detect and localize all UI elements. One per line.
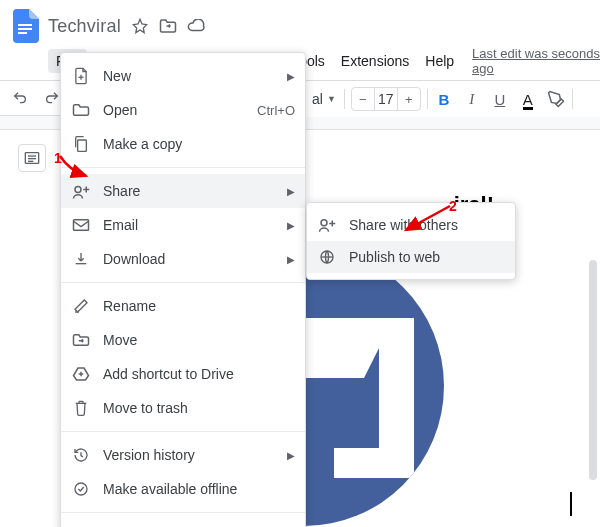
move-icon [71, 330, 91, 350]
menu-label: Email [103, 217, 275, 233]
chevron-right-icon: ▶ [287, 254, 295, 265]
drive-shortcut-icon [71, 364, 91, 384]
toolbar-separator [427, 89, 428, 109]
menu-label: New [103, 68, 275, 84]
chevron-right-icon: ▶ [287, 186, 295, 197]
new-doc-icon [71, 66, 91, 86]
cloud-status-icon[interactable] [187, 17, 205, 35]
menu-separator [61, 282, 305, 283]
share-people-icon [317, 215, 337, 235]
menu-item-email[interactable]: Email ▶ [61, 208, 305, 242]
vertical-scrollbar[interactable] [586, 260, 600, 527]
italic-button[interactable]: I [458, 85, 486, 113]
toolbar-separator [572, 89, 573, 109]
svg-rect-1 [18, 28, 32, 30]
menu-item-rename[interactable]: Rename [61, 289, 305, 323]
menu-item-details[interactable]: Details [61, 519, 305, 527]
undo-button[interactable] [6, 84, 34, 112]
menu-label: Move [103, 332, 295, 348]
copy-icon [71, 134, 91, 154]
document-outline-button[interactable] [18, 144, 46, 172]
docs-logo[interactable] [8, 8, 44, 44]
text-cursor [570, 492, 572, 516]
menu-separator [61, 431, 305, 432]
trash-icon [71, 398, 91, 418]
paragraph-style-dropdown[interactable]: al ▼ [306, 91, 342, 107]
font-size-increase[interactable]: + [398, 88, 420, 110]
star-icon[interactable] [131, 17, 149, 35]
menu-item-trash[interactable]: Move to trash [61, 391, 305, 425]
svg-marker-8 [334, 318, 414, 478]
share-icon [71, 181, 91, 201]
menu-item-version-history[interactable]: Version history ▶ [61, 438, 305, 472]
menu-label: Make a copy [103, 136, 295, 152]
menu-label: Share [103, 183, 275, 199]
svg-rect-11 [78, 140, 87, 151]
menu-help[interactable]: Help [417, 49, 462, 73]
font-size-decrease[interactable]: − [352, 88, 374, 110]
svg-point-12 [75, 187, 81, 193]
menu-item-move[interactable]: Move [61, 323, 305, 357]
svg-point-18 [75, 483, 87, 495]
submenu-publish-web[interactable]: Publish to web [307, 241, 515, 273]
chevron-right-icon: ▶ [287, 450, 295, 461]
history-icon [71, 445, 91, 465]
paragraph-style-label: al [312, 91, 323, 107]
menu-label: Download [103, 251, 275, 267]
menu-item-add-shortcut[interactable]: Add shortcut to Drive [61, 357, 305, 391]
menu-label: Open [103, 102, 245, 118]
chevron-right-icon: ▶ [287, 220, 295, 231]
menu-item-make-copy[interactable]: Make a copy [61, 127, 305, 161]
move-folder-icon[interactable] [159, 17, 177, 35]
menu-separator [61, 512, 305, 513]
rename-icon [71, 296, 91, 316]
menu-item-download[interactable]: Download ▶ [61, 242, 305, 276]
menu-item-offline[interactable]: Make available offline [61, 472, 305, 506]
menu-label: Add shortcut to Drive [103, 366, 295, 382]
svg-rect-15 [74, 220, 89, 231]
toolbar-separator [344, 89, 345, 109]
bold-button[interactable]: B [430, 85, 458, 113]
svg-point-29 [321, 220, 327, 226]
menu-label: Move to trash [103, 400, 295, 416]
underline-button[interactable]: U [486, 85, 514, 113]
font-size-value[interactable]: 17 [374, 88, 398, 110]
annotation-arrow-2 [398, 204, 454, 236]
document-title[interactable]: Techviral [48, 16, 121, 37]
text-color-button[interactable]: A [514, 85, 542, 113]
svg-rect-2 [18, 32, 27, 34]
offline-icon [71, 479, 91, 499]
font-size-control[interactable]: − 17 + [351, 87, 421, 111]
folder-icon [71, 100, 91, 120]
last-edit-link[interactable]: Last edit was seconds ago [472, 46, 600, 76]
annotation-arrow-1 [54, 152, 94, 182]
menu-item-new[interactable]: New ▶ [61, 59, 305, 93]
svg-rect-0 [18, 24, 32, 26]
menu-separator [61, 167, 305, 168]
menu-shortcut: Ctrl+O [257, 103, 295, 118]
highlight-color-button[interactable] [542, 85, 570, 113]
submenu-label: Publish to web [349, 249, 505, 265]
menu-item-share[interactable]: Share ▶ [61, 174, 305, 208]
menu-label: Version history [103, 447, 275, 463]
scrollbar-thumb[interactable] [589, 260, 597, 480]
menu-item-open[interactable]: Open Ctrl+O [61, 93, 305, 127]
menu-label: Make available offline [103, 481, 295, 497]
globe-icon [317, 247, 337, 267]
file-menu-dropdown: New ▶ Open Ctrl+O Make a copy Share ▶ Em… [60, 52, 306, 527]
menu-extensions[interactable]: Extensions [333, 49, 417, 73]
chevron-down-icon: ▼ [327, 94, 336, 104]
chevron-right-icon: ▶ [287, 71, 295, 82]
download-icon [71, 249, 91, 269]
menu-label: Rename [103, 298, 295, 314]
email-icon [71, 215, 91, 235]
